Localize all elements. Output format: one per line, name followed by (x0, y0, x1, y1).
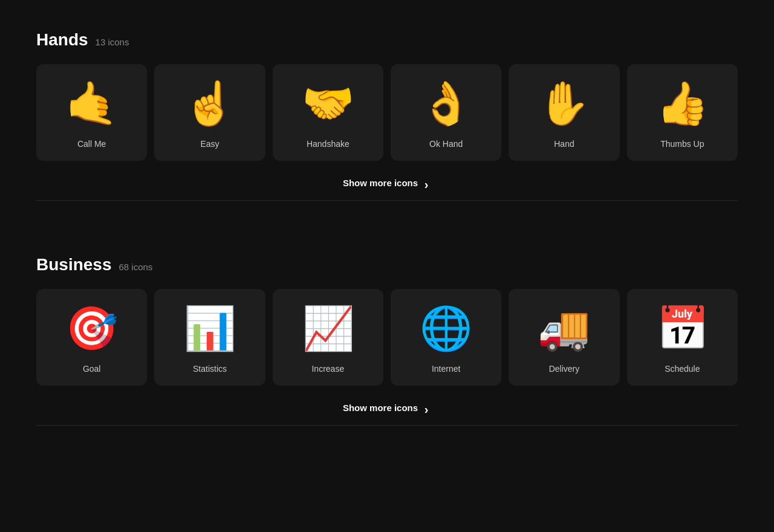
increase-icon: 📈 (301, 301, 355, 355)
hands-icon-grid: 🤙 Call Me ☝️ Easy 🤝 Handshake 👌 Ok Hand … (36, 64, 738, 161)
business-section: Business 68 icons 🎯 Goal 📊 Statistics 📈 … (36, 255, 738, 426)
increase-label: Increase (311, 364, 344, 374)
business-show-more-label: Show more icons (343, 403, 418, 413)
business-divider (36, 425, 738, 426)
business-show-more-container: Show more icons (36, 386, 738, 425)
business-icon-grid: 🎯 Goal 📊 Statistics 📈 Increase 🌐 Interne… (36, 289, 738, 386)
hands-count: 13 icons (96, 37, 129, 47)
hands-section-header: Hands 13 icons (36, 30, 738, 50)
icon-card-easy[interactable]: ☝️ Easy (154, 64, 265, 161)
goal-icon: 🎯 (65, 301, 119, 355)
statistics-icon: 📊 (183, 301, 237, 355)
thumbs-up-icon: 👍 (655, 76, 709, 131)
hands-chevron-right-icon (421, 178, 431, 188)
icon-card-schedule[interactable]: 📅 Schedule (627, 289, 738, 386)
hand-label: Hand (554, 139, 574, 149)
schedule-label: Schedule (665, 364, 700, 374)
thumbs-up-label: Thumbs Up (660, 139, 704, 149)
icon-card-internet[interactable]: 🌐 Internet (391, 289, 501, 386)
business-show-more-button[interactable]: Show more icons (343, 403, 431, 413)
schedule-icon: 📅 (655, 301, 709, 355)
handshake-icon: 🤝 (301, 76, 355, 131)
hands-section: Hands 13 icons 🤙 Call Me ☝️ Easy 🤝 Hands… (36, 30, 738, 201)
goal-label: Goal (83, 364, 101, 374)
business-count: 68 icons (119, 262, 153, 272)
hands-title: Hands (36, 30, 88, 50)
hands-show-more-container: Show more icons (36, 161, 738, 200)
handshake-label: Handshake (307, 139, 350, 149)
hand-icon: ✋ (537, 76, 591, 131)
call-me-icon: 🤙 (65, 76, 119, 131)
ok-hand-icon: 👌 (419, 76, 473, 131)
icon-card-statistics[interactable]: 📊 Statistics (154, 289, 265, 386)
icon-card-delivery[interactable]: 🚚 Delivery (509, 289, 619, 386)
hands-show-more-button[interactable]: Show more icons (343, 178, 431, 188)
delivery-icon: 🚚 (537, 301, 591, 355)
hands-divider (36, 200, 738, 201)
statistics-label: Statistics (193, 364, 227, 374)
icon-card-increase[interactable]: 📈 Increase (273, 289, 383, 386)
icon-card-call-me[interactable]: 🤙 Call Me (36, 64, 147, 161)
internet-label: Internet (432, 364, 460, 374)
delivery-label: Delivery (549, 364, 580, 374)
page-container: Hands 13 icons 🤙 Call Me ☝️ Easy 🤝 Hands… (0, 0, 774, 480)
hands-show-more-label: Show more icons (343, 178, 418, 188)
business-section-header: Business 68 icons (36, 255, 738, 274)
section-gap (36, 225, 738, 255)
business-title: Business (36, 255, 112, 274)
icon-card-ok-hand[interactable]: 👌 Ok Hand (391, 64, 501, 161)
internet-icon: 🌐 (419, 301, 473, 355)
icon-card-goal[interactable]: 🎯 Goal (36, 289, 147, 386)
ok-hand-label: Ok Hand (429, 139, 463, 149)
icon-card-handshake[interactable]: 🤝 Handshake (273, 64, 383, 161)
icon-card-thumbs-up[interactable]: 👍 Thumbs Up (627, 64, 738, 161)
call-me-label: Call Me (77, 139, 106, 149)
easy-label: Easy (200, 139, 219, 149)
business-chevron-right-icon (421, 403, 431, 413)
icon-card-hand[interactable]: ✋ Hand (509, 64, 619, 161)
easy-icon: ☝️ (183, 76, 237, 131)
